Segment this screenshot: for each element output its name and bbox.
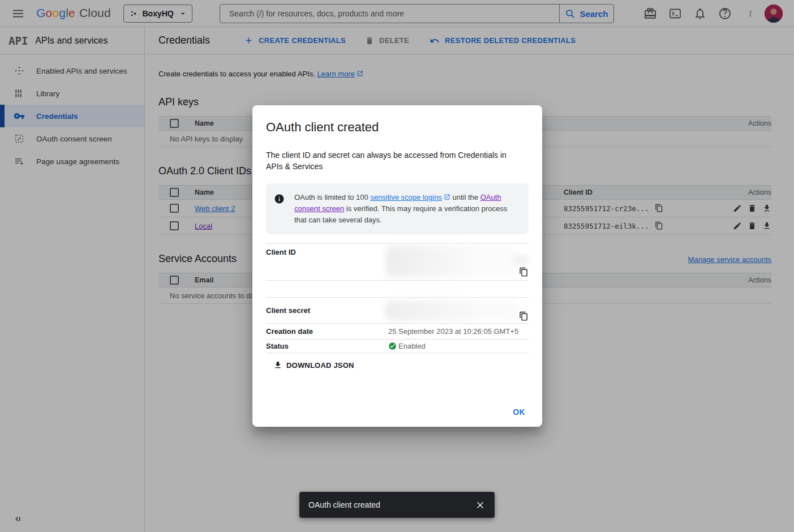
download-json-label: DOWNLOAD JSON [286, 361, 354, 370]
client-secret-label: Client secret [266, 306, 388, 315]
creation-date-value: 25 September 2023 at 10:26:05 GMT+5 [388, 324, 529, 339]
spacer-row [266, 280, 529, 297]
oauth-client-created-dialog: OAuth client created The client ID and s… [252, 105, 542, 427]
creation-date-label: Creation date [266, 327, 388, 336]
oauth-limit-notice: OAuth is limited to 100 sensitive scope … [266, 183, 529, 234]
client-id-row: Client ID [266, 243, 529, 280]
copy-icon [519, 311, 529, 321]
download-icon [273, 361, 282, 370]
copy-icon [519, 267, 529, 277]
status-value: Enabled [398, 342, 426, 350]
status-row: Status Enabled [266, 339, 529, 353]
download-json-button[interactable]: DOWNLOAD JSON [273, 361, 354, 370]
notice-mid: until the [450, 193, 480, 201]
ok-button[interactable]: OK [509, 405, 529, 419]
redacted-client-id [386, 246, 517, 277]
client-secret-row: Client secret [266, 297, 529, 323]
check-circle-icon [388, 342, 397, 350]
copy-client-secret-button[interactable] [519, 311, 529, 321]
notice-pre: OAuth is limited to 100 [294, 193, 370, 201]
dialog-title: OAuth client created [266, 120, 529, 135]
redacted-client-secret [385, 301, 517, 321]
client-properties: Client ID Client secret Creation date 25… [266, 243, 529, 353]
notice-text: OAuth is limited to 100 sensitive scope … [294, 192, 520, 226]
status-label: Status [266, 342, 388, 350]
close-icon [475, 500, 486, 510]
info-icon [274, 194, 285, 204]
creation-date-row: Creation date 25 September 2023 at 10:26… [266, 323, 529, 339]
toast-snackbar: OAuth client created [299, 492, 495, 518]
external-link-icon [444, 194, 450, 200]
toast-message: OAuth client created [308, 500, 380, 509]
dialog-subtitle: The client ID and secret can always be a… [266, 149, 518, 172]
client-id-label: Client ID [266, 244, 388, 256]
copy-client-id-button[interactable] [519, 267, 529, 277]
toast-close-button[interactable] [475, 500, 486, 510]
redacted-client-id [514, 255, 529, 264]
sensitive-scope-logins-link[interactable]: sensitive scope logins [370, 193, 441, 201]
